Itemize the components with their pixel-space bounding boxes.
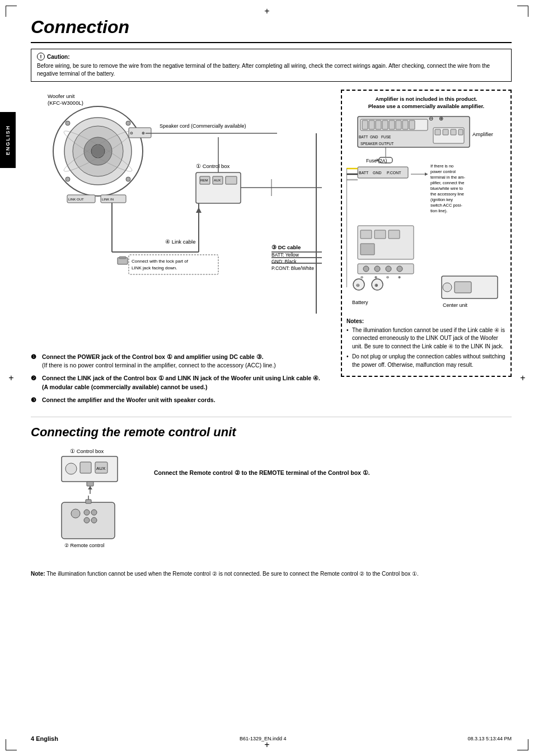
svg-rect-56 <box>369 120 374 129</box>
svg-rect-26 <box>226 176 237 184</box>
note-label: Note: <box>31 571 45 577</box>
svg-rect-59 <box>389 120 395 129</box>
svg-text:P.CONT: Blue/White: P.CONT: Blue/White <box>271 265 314 271</box>
instructions-list: ❶ Connect the POWER jack of the Control … <box>31 353 341 404</box>
svg-point-107 <box>374 266 380 272</box>
remote-diagram: ① Control box AUX <box>31 446 143 565</box>
svg-text:Battery: Battery <box>352 300 368 305</box>
amplifier-box: Amplifier is not included in this produc… <box>341 90 512 377</box>
language-label: ENGLISH <box>0 112 16 168</box>
svg-text:⊖: ⊖ <box>356 283 360 288</box>
svg-point-125 <box>65 463 77 474</box>
svg-rect-104 <box>360 244 374 255</box>
svg-text:BATT: BATT <box>359 171 369 175</box>
svg-point-8 <box>126 121 130 125</box>
svg-point-133 <box>71 509 80 518</box>
instruction-text-1: Connect the POWER jack of the Control bo… <box>42 353 276 370</box>
svg-text:plifier, connect the: plifier, connect the <box>430 180 464 185</box>
page-title: Connection <box>31 17 512 38</box>
svg-text:LINK OUT: LINK OUT <box>68 198 84 201</box>
remote-instruction: Connect the Remote control ② to the REMO… <box>154 469 512 478</box>
svg-text:GND: GND <box>370 135 378 139</box>
instruction-num-3: ❸ <box>31 396 39 404</box>
svg-rect-62 <box>409 120 415 129</box>
svg-text:Woofer unit: Woofer unit <box>48 93 75 99</box>
svg-rect-70 <box>435 129 441 135</box>
caution-text: Before wiring, be sure to remove the wir… <box>37 62 505 78</box>
note-2: Do not plug or unplug the connection cab… <box>346 353 506 369</box>
instruction-3: ❸ Connect the amplifier and the Woofer u… <box>31 396 341 404</box>
caution-icon: ! <box>37 53 45 60</box>
svg-point-120 <box>443 283 452 292</box>
corner-mark-tr <box>517 6 528 17</box>
svg-rect-71 <box>443 129 448 135</box>
svg-rect-73 <box>458 129 463 135</box>
section-divider <box>31 417 512 417</box>
svg-text:SPEAKER OUTPUT: SPEAKER OUTPUT <box>360 142 394 146</box>
instruction-num-2: ❷ <box>31 374 39 391</box>
svg-text:① Control box: ① Control box <box>70 448 104 454</box>
svg-rect-129 <box>87 482 93 486</box>
svg-text:LINK IN: LINK IN <box>102 198 114 201</box>
svg-rect-57 <box>376 120 381 129</box>
svg-marker-88 <box>425 172 428 176</box>
instruction-text-2: Connect the LINK jack of the Control box… <box>42 374 320 391</box>
note-1: The illumination function cannot be used… <box>346 326 506 351</box>
svg-rect-37 <box>129 255 218 274</box>
footer-file: B61-1329_EN.indd 4 <box>240 736 287 741</box>
bottom-note: Note: The illumination function cannot b… <box>31 571 512 577</box>
svg-rect-58 <box>382 120 388 129</box>
svg-rect-138 <box>86 500 91 503</box>
svg-text:LINK jack facing down.: LINK jack facing down. <box>132 265 177 270</box>
svg-text:tion line).: tion line). <box>430 208 447 213</box>
crosshair-right <box>518 374 527 382</box>
svg-text:switch ACC posi-: switch ACC posi- <box>430 203 462 208</box>
svg-point-109 <box>397 266 402 272</box>
svg-text:① Control box: ① Control box <box>196 163 229 169</box>
instruction-2: ❷ Connect the LINK jack of the Control b… <box>31 374 341 391</box>
notes-section: Notes: The illumination function cannot … <box>346 318 506 370</box>
instruction-1: ❶ Connect the POWER jack of the Control … <box>31 353 341 370</box>
svg-text:⊕: ⊕ <box>374 276 377 279</box>
svg-text:Connect with the lock part of: Connect with the lock part of <box>132 259 189 264</box>
page-footer: 4 English B61-1329_EN.indd 4 08.3.13 5:1… <box>31 735 512 742</box>
svg-rect-126 <box>80 462 91 473</box>
svg-text:If there is no: If there is no <box>430 164 453 169</box>
crosshair-left <box>7 374 16 382</box>
svg-rect-102 <box>374 230 386 239</box>
instruction-text-3: Connect the amplifier and the Woofer uni… <box>42 396 216 404</box>
svg-point-6 <box>91 144 105 158</box>
svg-point-9 <box>65 177 70 181</box>
svg-rect-101 <box>360 230 372 239</box>
svg-point-135 <box>91 510 97 515</box>
main-diagram-area: Woofer unit (KFC-W3000L) ⊖ ⊕ <box>31 90 512 409</box>
caution-title: ! Caution: <box>37 53 505 60</box>
crosshair-top <box>263 7 271 16</box>
svg-point-136 <box>84 517 90 523</box>
right-column: Amplifier is not included in this produc… <box>341 90 512 409</box>
svg-text:Center unit: Center unit <box>443 302 468 308</box>
svg-text:④ Link cable: ④ Link cable <box>165 239 195 245</box>
svg-text:⊕: ⊕ <box>439 115 443 122</box>
svg-text:⊖: ⊖ <box>386 276 389 279</box>
svg-text:(KFC-W3000L): (KFC-W3000L) <box>48 100 83 106</box>
woofer-diagram: Woofer unit (KFC-W3000L) ⊖ ⊕ <box>31 90 327 347</box>
svg-text:GND: GND <box>373 171 382 175</box>
svg-text:FUSE: FUSE <box>381 135 391 139</box>
corner-mark-br <box>517 739 528 750</box>
left-column: Woofer unit (KFC-W3000L) ⊖ ⊕ <box>31 90 341 409</box>
svg-marker-36 <box>196 207 202 213</box>
amplifier-diagram: BATT GND FUSE ⊖ ⊕ SPEAKER OUTPUT Amplifi <box>346 114 506 312</box>
svg-rect-61 <box>402 120 408 129</box>
svg-text:② Remote control: ② Remote control <box>64 543 105 548</box>
svg-text:power control: power control <box>430 169 456 174</box>
note-text: The illumination function cannot be used… <box>46 571 419 577</box>
svg-point-7 <box>65 121 70 125</box>
svg-text:BATT: Yellow: BATT: Yellow <box>271 252 299 258</box>
svg-rect-72 <box>451 129 456 135</box>
svg-point-134 <box>84 510 90 515</box>
svg-text:the accessory line: the accessory line <box>430 192 464 197</box>
corner-mark-tl <box>6 6 17 17</box>
notes-title: Notes: <box>346 318 506 324</box>
svg-text:Speaker cord (Commercially ava: Speaker cord (Commercially available) <box>160 123 246 129</box>
